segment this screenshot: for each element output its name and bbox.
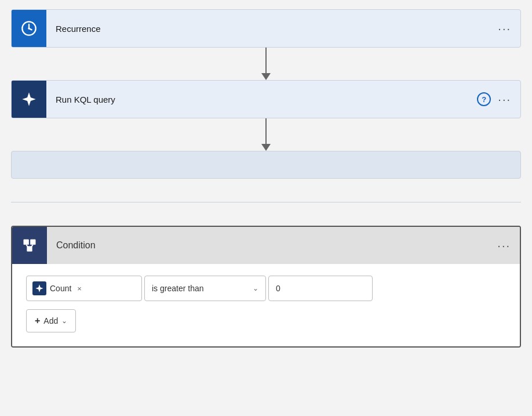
kql-dots-button[interactable]: ···	[498, 93, 511, 106]
condition-operator-dropdown[interactable]: is greater than ⌄	[144, 276, 266, 301]
recurrence-actions: ···	[498, 22, 520, 35]
kql-icon	[21, 91, 37, 107]
arrow-connector-1	[261, 48, 271, 80]
flow-container: Recurrence ··· Run KQL query ? ···	[9, 9, 523, 348]
kql-step: Run KQL query ? ···	[11, 80, 521, 118]
svg-point-3	[28, 27, 30, 30]
kql-label: Run KQL query	[46, 95, 477, 104]
condition-body: Count × is greater than ⌄ 0 + Add ⌄	[12, 264, 520, 346]
expand-placeholder	[11, 151, 521, 179]
condition-icon	[21, 237, 38, 254]
pill-kql-icon	[35, 284, 44, 293]
svg-marker-4	[22, 92, 35, 106]
divider-1	[11, 202, 521, 202]
condition-actions: ···	[497, 239, 520, 252]
clock-icon	[21, 20, 37, 37]
add-chevron-icon: ⌄	[61, 317, 67, 325]
condition-pill-text: Count	[50, 284, 71, 293]
svg-rect-6	[30, 240, 35, 245]
condition-operator-text: is greater than	[152, 284, 204, 293]
kql-icon-bg	[12, 81, 46, 118]
add-button-label: Add	[43, 316, 58, 325]
kql-actions: ? ···	[477, 92, 520, 106]
arrow-head-2	[261, 144, 271, 151]
svg-marker-10	[35, 284, 43, 292]
condition-row: Count × is greater than ⌄ 0	[26, 276, 506, 301]
chevron-down-icon: ⌄	[253, 284, 258, 292]
condition-value-field[interactable]: 0	[268, 276, 373, 301]
recurrence-step: Recurrence ···	[11, 9, 521, 48]
plus-icon: +	[35, 316, 40, 326]
recurrence-icon-bg	[12, 10, 46, 47]
recurrence-label: Recurrence	[46, 24, 498, 34]
condition-label: Condition	[47, 240, 497, 251]
condition-header: Condition ···	[12, 227, 520, 264]
arrow-connector-2	[261, 118, 271, 151]
condition-icon-bg	[12, 227, 47, 264]
add-condition-button[interactable]: + Add ⌄	[26, 309, 76, 332]
condition-block: Condition ··· Count ×	[11, 226, 521, 348]
condition-pill[interactable]: Count ×	[26, 276, 142, 301]
arrow-line-1	[265, 48, 267, 73]
arrow-line-2	[265, 118, 267, 144]
condition-dots-button[interactable]: ···	[497, 239, 511, 252]
arrow-head-1	[261, 73, 271, 80]
condition-value-text: 0	[276, 284, 280, 293]
condition-pill-close-button[interactable]: ×	[77, 284, 82, 293]
kql-help-button[interactable]: ?	[477, 92, 491, 106]
recurrence-dots-button[interactable]: ···	[498, 22, 511, 35]
svg-rect-5	[24, 240, 29, 245]
condition-pill-icon	[32, 281, 46, 295]
